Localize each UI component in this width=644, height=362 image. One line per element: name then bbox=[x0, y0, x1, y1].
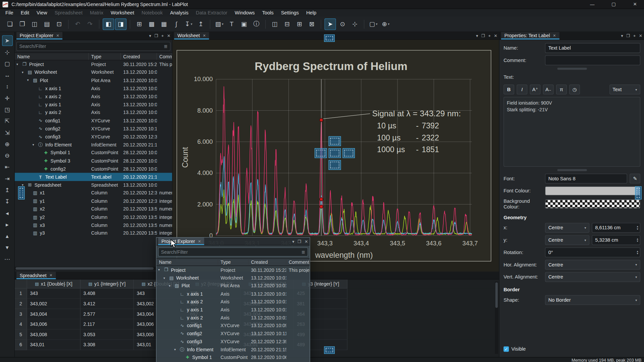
tree-row-config2[interactable]: ∿config2XYCurve13.12.2020 10:11 bbox=[157, 329, 310, 338]
y-value-spinner[interactable]: 5,3238 cm ▴▾ bbox=[592, 235, 640, 245]
row-number[interactable]: 2 bbox=[15, 299, 27, 309]
new-project-button[interactable]: ❏ bbox=[4, 18, 15, 29]
auto-scale-y-tool-button[interactable]: ⇲ bbox=[2, 127, 13, 138]
menu-windows[interactable]: Windows bbox=[231, 9, 259, 16]
expander-icon[interactable]: ▾ bbox=[163, 276, 168, 280]
export-button[interactable]: ↥ bbox=[195, 18, 207, 29]
spreadsheet-cell[interactable]: 3.408 bbox=[80, 289, 134, 299]
zoom-in-x-tool-button[interactable]: ⇤ bbox=[2, 162, 13, 172]
font-picker-button[interactable]: ✎ bbox=[630, 174, 640, 183]
tree-row-x2[interactable]: ▥x2Column20.12.2020 13:55numerical bbox=[15, 205, 172, 213]
minimize-button[interactable]: — bbox=[583, 0, 601, 9]
zoom-mode-button[interactable]: ▢▾ bbox=[368, 18, 379, 29]
spreadsheet-cell[interactable]: 343,008 bbox=[27, 329, 80, 340]
resize-handle[interactable] bbox=[557, 169, 587, 171]
column-header-created[interactable]: Created bbox=[121, 53, 157, 60]
x-mode-select[interactable]: Centre▾ bbox=[545, 223, 589, 233]
spreadsheet-cell[interactable]: 343 bbox=[27, 289, 80, 299]
search-input[interactable]: Search/Filter ≣ bbox=[158, 247, 308, 256]
tree-row-config3[interactable]: ∿config3XYCurve20.12.2020 12:39 bbox=[157, 338, 310, 346]
new-worksheet-button[interactable]: ▦ bbox=[158, 18, 169, 29]
zoom-y-select-tool-button[interactable]: ↕ bbox=[2, 81, 13, 92]
more-tools-button[interactable]: ⋯ bbox=[2, 254, 13, 264]
insert-symbol-button[interactable]: π bbox=[556, 84, 567, 94]
tree-row-config2[interactable]: ✚config2CustomPoint28.12.2020 10:06 bbox=[15, 165, 172, 173]
print-preview-button[interactable]: ⊡ bbox=[53, 18, 65, 29]
rotation-spinner[interactable]: 0° ▴▾ bbox=[545, 247, 640, 257]
column-header[interactable]: ▤x1 {Double} [X] bbox=[27, 280, 80, 289]
toggle-project-explorer-button[interactable]: ◧ bbox=[103, 18, 114, 29]
spreadsheet-cell[interactable]: 343,006 bbox=[27, 319, 80, 330]
subscript-button[interactable]: A₋ bbox=[543, 84, 554, 94]
tree-row-project[interactable]: ▾❐ProjectProject30.11.2020 15:23This pro… bbox=[15, 60, 172, 68]
grid-layout-button[interactable]: ⊞ bbox=[294, 18, 305, 29]
zoom-in-tool-button[interactable]: ⊕ bbox=[2, 139, 13, 149]
expander-icon[interactable]: ▾ bbox=[22, 70, 27, 74]
open-project-button[interactable]: ❐ bbox=[16, 18, 28, 29]
custom-point-marker[interactable] bbox=[320, 118, 323, 122]
italic-button[interactable]: I bbox=[517, 84, 527, 94]
spreadsheet-cell[interactable]: 343,002 bbox=[27, 299, 80, 309]
save-project-button[interactable]: ◫ bbox=[29, 18, 40, 29]
column-header-comment[interactable]: Comment bbox=[286, 258, 310, 265]
horizontal-scrollbar[interactable] bbox=[15, 267, 172, 270]
tree-row-x-axis-1[interactable]: ∟x axis 1Axis13.12.2020 10:01 bbox=[15, 84, 172, 93]
navigate-button[interactable]: ⊙ bbox=[337, 18, 348, 29]
close-button[interactable]: ✕ bbox=[626, 0, 644, 9]
tree-row-info-element[interactable]: ▾ⓘInfo ElementInfoElement20.12.2020 21:1… bbox=[157, 346, 310, 354]
column-header[interactable]: ▤y1 {Integer} [Y] bbox=[80, 280, 134, 289]
expander-icon[interactable]: ▾ bbox=[174, 348, 179, 351]
tab-close-icon[interactable]: ✕ bbox=[49, 274, 52, 278]
tree-row-worksheet[interactable]: ▾▤WorksheetWorksheet13.12.2020 10:01 bbox=[15, 68, 172, 76]
tree-row-config2[interactable]: ∿config2XYCurve13.12.2020 10:11 bbox=[15, 125, 172, 133]
tree-row-x-axis-2[interactable]: ∟x axis 2Axis13.12.2020 10:01 bbox=[157, 298, 310, 306]
tree-row-x3[interactable]: ▥x3Column20.12.2020 13:56numerical bbox=[15, 221, 172, 229]
toggle-properties-explorer-button[interactable]: ◨ bbox=[115, 18, 126, 29]
tree-row-x1[interactable]: ▥x1Column20.12.2020 12:39numerical bbox=[15, 189, 172, 197]
expander-icon[interactable]: ▾ bbox=[169, 284, 174, 288]
curve-config2[interactable] bbox=[216, 157, 472, 234]
menu-edit[interactable]: Edit bbox=[17, 9, 33, 16]
select-and-edit-button[interactable]: ➤ bbox=[324, 18, 336, 29]
text-mode-select[interactable]: Text▾ bbox=[609, 84, 640, 94]
font-field[interactable]: Noto Sans 8 bbox=[545, 174, 627, 183]
zoom-out-y-tool-button[interactable]: ↧ bbox=[2, 196, 13, 207]
font-colour-swatch[interactable] bbox=[545, 186, 640, 195]
shift-right-tool-button[interactable]: ▸ bbox=[2, 219, 13, 230]
select-tool-button[interactable]: ➤ bbox=[2, 35, 13, 46]
tab-floating-project-explorer[interactable]: Project Explorer ✕ bbox=[158, 238, 204, 245]
pan-tool-button[interactable]: ✛ bbox=[2, 93, 13, 104]
custom-point-marker[interactable] bbox=[320, 198, 323, 201]
tree-row-symbol-1[interactable]: ✚Symbol 1CustomPoint28.12.2020 10:06 bbox=[15, 149, 172, 157]
tree-row-config1[interactable]: ∿config1XYCurve13.12.2020 10:09 bbox=[15, 117, 172, 125]
spreadsheet-cell[interactable]: 343,004 bbox=[27, 309, 80, 319]
vert-alignment-select[interactable]: Centre▾ bbox=[545, 272, 640, 282]
hor-alignment-select[interactable]: Centre▾ bbox=[545, 260, 640, 269]
comment-field[interactable] bbox=[545, 55, 640, 65]
floating-project-explorer[interactable]: Project Explorer ✕ ▾ ❐ ✕ Search/Filter ≣… bbox=[156, 237, 310, 362]
column-header-type[interactable]: Type bbox=[89, 53, 121, 60]
break-layout-button[interactable]: ⊠ bbox=[306, 18, 317, 29]
insert-datetime-button[interactable]: ◷ bbox=[569, 84, 580, 94]
zoom-and-select-button[interactable]: ⊹ bbox=[349, 18, 361, 29]
dock-menu-icon[interactable]: ▾ bbox=[149, 34, 151, 38]
new-spreadsheet-button[interactable]: ⊞ bbox=[133, 18, 145, 29]
menu-settings[interactable]: Settings bbox=[277, 9, 303, 16]
tree-row-plot[interactable]: ▾▧PlotPlot Area13.12.2020 10:01 bbox=[15, 76, 172, 84]
zoom-out-tool-button[interactable]: ⊖ bbox=[2, 150, 13, 161]
crosshair-tool-button[interactable]: ⊹ bbox=[2, 47, 13, 58]
tree-row-y-axis-2[interactable]: ∟y axis 2Axis13.12.2020 10:01 bbox=[15, 109, 172, 117]
filter-icon[interactable]: ≣ bbox=[164, 44, 167, 49]
import-data-button[interactable]: ↧▾ bbox=[183, 18, 194, 29]
x-value-spinner[interactable]: 8,61136 cm ▴▾ bbox=[592, 223, 640, 233]
column-header-type[interactable]: Type bbox=[218, 258, 249, 265]
dock-close-icon[interactable]: ✕ bbox=[494, 34, 497, 38]
menu-file[interactable]: File bbox=[2, 9, 17, 16]
column-header-comment[interactable]: Comment bbox=[157, 53, 172, 60]
new-plot-button[interactable]: ▧▾ bbox=[214, 18, 225, 29]
name-field[interactable]: Text Label bbox=[545, 43, 640, 53]
visible-checkbox[interactable]: ✓ bbox=[503, 346, 509, 352]
zoom-select-tool-button[interactable]: ▢ bbox=[2, 58, 13, 69]
column-header-name[interactable]: Name bbox=[157, 258, 218, 265]
new-matrix-button[interactable]: ▩ bbox=[146, 18, 157, 29]
